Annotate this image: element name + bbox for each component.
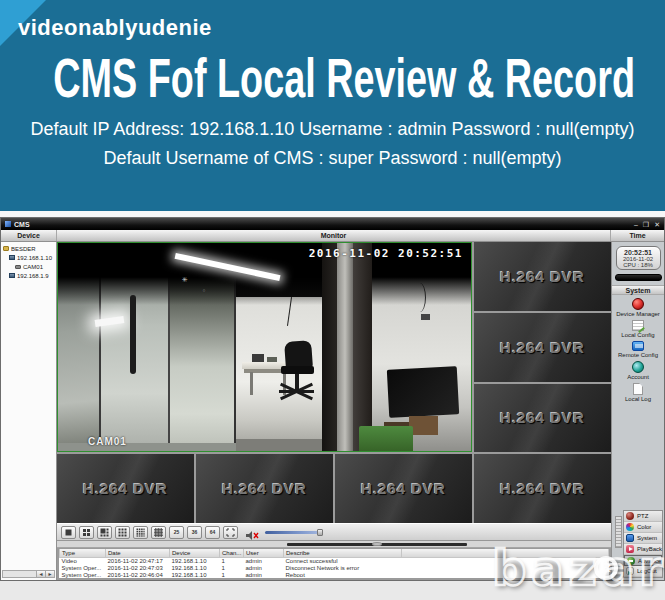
log-cell: 2016-11-02 20:46:04	[106, 571, 170, 578]
log-cell: Video	[60, 557, 106, 564]
splitter-grip[interactable]	[372, 542, 382, 546]
mute-button[interactable]	[245, 527, 259, 538]
h264-watermark: H.264 DVR	[222, 480, 307, 497]
tree-camera[interactable]: CAM01	[3, 262, 56, 271]
layout-4-button[interactable]	[79, 526, 94, 539]
scroll-left-icon[interactable]: ◄	[36, 571, 45, 577]
remote-config-icon	[632, 341, 644, 351]
fullscreen-icon	[226, 528, 235, 537]
log-col-chan[interactable]: Chan...	[220, 549, 244, 557]
log-col-describe[interactable]: Describe	[284, 549, 402, 557]
log-cell: 1	[220, 571, 244, 578]
scene-room-wall	[236, 297, 323, 451]
video-cell-empty[interactable]: H.264 DVR	[335, 454, 472, 523]
layout-1-button[interactable]	[61, 526, 76, 539]
layout-25-button[interactable]: 25	[169, 526, 184, 539]
tree-root[interactable]: BESDER	[3, 244, 56, 253]
log-cell: Connect successful	[284, 578, 402, 579]
layout-36-button[interactable]: 36	[187, 526, 202, 539]
log-col-device[interactable]: Device	[170, 549, 220, 557]
control-button-list: PTZ Color System PlayBack	[623, 510, 663, 578]
video-cell-empty[interactable]: H.264 DVR	[474, 384, 611, 453]
system-section-header: System	[612, 285, 664, 295]
log-cell: 2016-11-02 20:47:03	[106, 564, 170, 571]
tree-device-2[interactable]: 192.168.1.9	[3, 271, 56, 280]
advance-icon	[627, 557, 635, 565]
monitor-panel-header: Monitor	[57, 230, 611, 241]
close-button[interactable]: ✕	[654, 221, 660, 228]
ptz-icon	[626, 512, 634, 520]
device-manager-button[interactable]: Device Manager	[616, 298, 660, 317]
volume-slider-handle[interactable]	[317, 529, 323, 536]
log-cell: 2016-11-02 20:43:50	[106, 578, 170, 579]
video-cell-empty[interactable]: H.264 DVR	[474, 313, 611, 382]
local-log-button[interactable]: Local Log	[625, 383, 651, 402]
layout-4-icon	[82, 528, 91, 537]
layout-64-button[interactable]: 64	[205, 526, 220, 539]
cpu-usage: CPU : 18%	[617, 262, 660, 268]
scroll-right-icon[interactable]: ►	[45, 571, 54, 577]
log-cell: 2016-11-02 20:47:17	[106, 557, 170, 564]
layout-grid-button[interactable]	[151, 526, 166, 539]
layout-8-button[interactable]	[97, 526, 112, 539]
tree-device-1[interactable]: 192.168.1.10	[3, 253, 56, 262]
video-cell-empty[interactable]: H.264 DVR	[196, 454, 333, 523]
log-row[interactable]: System Oper...2016-11-02 20:46:04192.168…	[60, 571, 609, 578]
log-col-user[interactable]: User	[244, 549, 284, 557]
color-button[interactable]: Color	[624, 522, 662, 533]
volume-slider[interactable]	[265, 531, 323, 534]
log-row[interactable]: Video2016-11-02 20:43:50192.168.1.101adm…	[60, 578, 609, 579]
log-cell: 192.168.1.10	[170, 578, 220, 579]
device-panel-header: Device	[1, 230, 57, 241]
scene-table-item	[252, 354, 264, 361]
logout-button[interactable]: LogOut	[624, 566, 662, 577]
local-config-button[interactable]: Local Config	[621, 320, 654, 338]
playback-button[interactable]: PlayBack	[624, 544, 662, 555]
device-tree-scrollbar[interactable]: ◄ ►	[2, 570, 55, 578]
h264-watermark: H.264 DVR	[500, 480, 585, 497]
video-cell-empty[interactable]: H.264 DVR	[474, 242, 611, 311]
banner-title: CMS Fof Local Review & Record	[53, 47, 612, 110]
panel-headers: Device Monitor Time	[1, 230, 664, 242]
color-icon	[626, 523, 634, 531]
log-row[interactable]: Video2016-11-02 20:47:17192.168.1.101adm…	[60, 557, 609, 564]
app-icon	[5, 221, 11, 227]
remote-config-button[interactable]: Remote Config	[618, 341, 658, 358]
brand-name: videonablyudenie	[18, 15, 212, 41]
playback-icon	[626, 545, 634, 553]
layout-64-label: 64	[210, 529, 216, 535]
cpu-usage-bar	[615, 274, 662, 281]
device-tree: BESDER 192.168.1.10 CAM01 192.168.1.9	[1, 242, 56, 280]
log-cell: Disconnect Network is error	[284, 564, 402, 571]
fullscreen-button[interactable]	[223, 526, 238, 539]
button-label: PlayBack	[637, 546, 662, 552]
h264-watermark: H.264 DVR	[500, 409, 585, 426]
tree-root-label: BESDER	[11, 246, 36, 252]
ptz-button[interactable]: PTZ	[624, 511, 662, 522]
banner-credentials-line2: Default Username of CMS : super Password…	[0, 148, 665, 169]
log-col-type[interactable]: Type	[60, 549, 106, 557]
current-time: 20:52:51	[617, 249, 660, 256]
scene-wall-socket	[421, 314, 429, 320]
button-label: Advance	[638, 558, 661, 564]
log-row[interactable]: System Oper...2016-11-02 20:47:03192.168…	[60, 564, 609, 571]
layout-9-button[interactable]	[115, 526, 130, 539]
panel-splitter[interactable]	[57, 541, 611, 548]
video-cell-empty[interactable]: H.264 DVR	[474, 454, 611, 523]
account-button[interactable]: Account	[627, 361, 649, 380]
log-col-date[interactable]: Date	[106, 549, 170, 557]
sidebar-grip[interactable]	[615, 516, 622, 548]
system-button[interactable]: System	[624, 533, 662, 544]
advance-button[interactable]: Advance	[624, 555, 662, 566]
maximize-button[interactable]: ❐	[643, 221, 649, 228]
tool-label: Remote Config	[618, 352, 658, 358]
minimize-button[interactable]: –	[634, 221, 638, 228]
video-cell-empty[interactable]: H.264 DVR	[57, 454, 194, 523]
layout-16-button[interactable]	[133, 526, 148, 539]
main-row: BESDER 192.168.1.10 CAM01 192.168.1.9	[1, 242, 664, 580]
scene-glass-decal: ○	[203, 287, 206, 293]
h264-watermark: H.264 DVR	[500, 339, 585, 356]
promo-banner: videonablyudenie CMS Fof Local Review & …	[0, 0, 665, 211]
video-cell-live[interactable]: ✳ ○	[57, 242, 472, 452]
banner-credentials-line1: Default IP Address: 192.168.1.10 Usernam…	[0, 119, 665, 140]
